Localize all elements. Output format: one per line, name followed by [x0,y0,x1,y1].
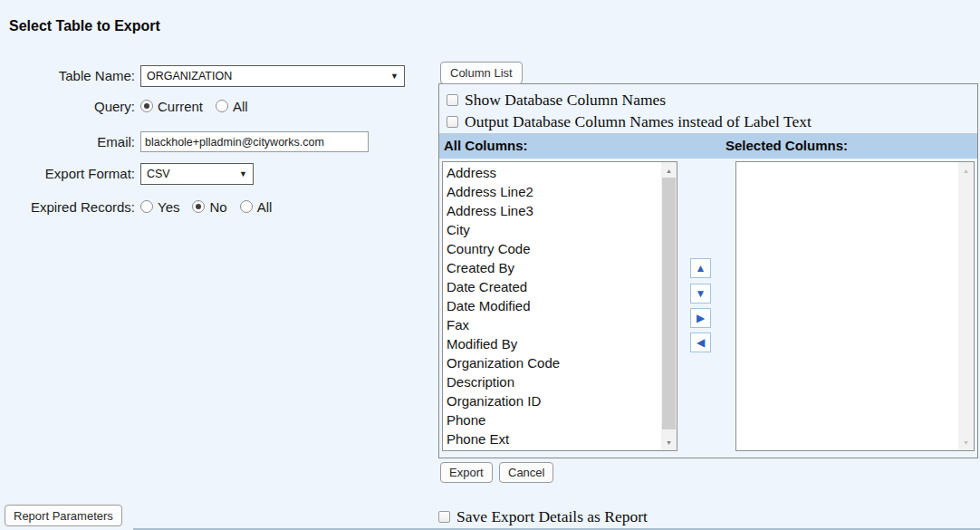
arrow-right-icon: ▶ [697,313,705,323]
chevron-down-icon: ▼ [390,72,399,81]
export-format-value: CSV [147,168,170,180]
query-current-radio[interactable] [140,100,153,112]
move-down-button[interactable]: ▼ [690,284,711,304]
list-item[interactable]: Address Line3 [443,201,661,220]
query-row: Query: Current All [0,96,261,116]
column-list-panel: Show Database Column Names Output Databa… [438,83,978,458]
scrollbar-thumb[interactable] [662,178,676,429]
list-item[interactable]: Phone Ext [443,429,661,448]
export-dialog: Select Table to Export Table Name: ORGAN… [0,0,980,530]
all-columns-listbox[interactable]: AddressAddress Line2Address Line3CityCou… [442,161,677,451]
email-label: Email: [0,134,140,149]
save-report-row: Save Export Details as Report [438,507,648,526]
expired-no-radio[interactable] [192,200,205,213]
selected-columns-header: Selected Columns: [725,133,848,159]
page-title: Select Table to Export [9,18,160,34]
expired-all-radio[interactable] [240,200,253,213]
list-item[interactable]: Modified By [443,334,661,353]
report-parameters-label: Report Parameters [14,509,113,523]
all-columns-items: AddressAddress Line2Address Line3CityCou… [443,163,661,448]
cancel-button[interactable]: Cancel [499,462,553,483]
scroll-down-icon[interactable]: ▼ [958,435,974,449]
table-name-select[interactable]: ORGANIZATION ▼ [140,65,405,87]
scroll-up-icon[interactable]: ▲ [661,163,677,178]
list-item[interactable]: Created By [443,258,661,277]
list-item[interactable]: Address [443,163,661,182]
email-row: Email: [0,131,369,152]
move-left-button[interactable]: ◀ [690,332,711,352]
move-up-button[interactable]: ▲ [690,258,711,278]
expired-all-label: All [257,199,273,215]
expired-yes-radio[interactable] [140,200,153,213]
query-all-radio[interactable] [216,100,228,112]
output-db-names-label: Output Database Column Names instead of … [465,112,812,131]
table-name-row: Table Name: ORGANIZATION ▼ [0,64,405,87]
list-item[interactable]: Description [443,372,661,391]
cancel-button-label: Cancel [508,466,544,479]
output-db-names-row: Output Database Column Names instead of … [447,112,812,131]
list-item[interactable]: Date Modified [443,296,661,315]
selected-columns-listbox[interactable]: ▲ ▼ [735,161,975,451]
query-all-label: All [233,99,248,114]
expired-records-row: Expired Records: Yes No All [0,197,284,217]
expired-records-label: Expired Records: [0,199,140,215]
column-list-button-label: Column List [450,66,513,80]
save-report-checkbox[interactable] [438,511,450,523]
column-list-button[interactable]: Column List [440,62,523,84]
query-label: Query: [0,99,140,114]
list-item[interactable]: City [443,220,661,239]
export-format-select[interactable]: CSV ▼ [140,163,254,185]
output-db-names-checkbox[interactable] [447,116,458,128]
export-button[interactable]: Export [440,462,493,483]
expired-no-label: No [209,199,226,215]
columns-header-band: All Columns: Selected Columns: [439,133,977,159]
list-item[interactable]: Country Code [443,239,661,258]
move-right-button[interactable]: ▶ [690,308,711,328]
arrow-up-icon: ▲ [696,263,706,274]
show-db-names-row: Show Database Column Names [447,91,666,110]
scroll-down-icon[interactable]: ▼ [661,435,677,449]
list-item[interactable]: Phone [443,410,661,429]
list-item[interactable]: Address Line2 [443,182,661,201]
arrow-left-icon: ◀ [697,337,705,348]
list-item[interactable]: Organization Code [443,353,661,372]
export-format-row: Export Format: CSV ▼ [0,162,254,185]
scroll-up-icon[interactable]: ▲ [958,163,974,178]
table-name-label: Table Name: [0,68,140,83]
show-db-names-checkbox[interactable] [447,94,458,106]
selected-columns-scrollbar[interactable]: ▲ ▼ [958,162,974,450]
list-item[interactable]: Fax [443,315,661,334]
chevron-down-icon: ▼ [239,169,247,178]
list-item[interactable]: Organization ID [443,391,661,410]
arrow-down-icon: ▼ [696,288,706,299]
report-parameters-button[interactable]: Report Parameters [5,505,122,526]
all-columns-scrollbar[interactable]: ▲ ▼ [661,162,677,450]
expired-yes-label: Yes [158,199,179,215]
show-db-names-label: Show Database Column Names [465,91,666,110]
export-format-label: Export Format: [0,166,140,181]
export-button-label: Export [449,466,484,479]
save-report-label: Save Export Details as Report [456,507,648,526]
query-current-label: Current [158,99,203,114]
all-columns-header: All Columns: [444,133,528,159]
list-item[interactable]: Date Created [443,277,661,296]
table-name-value: ORGANIZATION [147,70,232,82]
email-field[interactable] [140,131,369,152]
